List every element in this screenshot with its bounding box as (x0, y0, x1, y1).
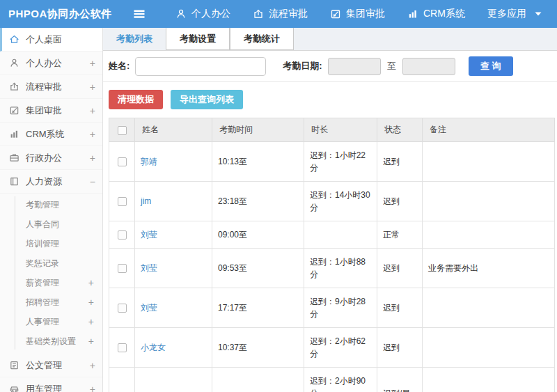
employee-name-link[interactable]: 小龙女 (141, 343, 166, 352)
top-header: PHPOA协同办公软件 个人办公 流程审批 集团审批 CRM系统 更多应用 (0, 0, 557, 28)
status-cell: 迟到 (377, 182, 423, 221)
row-checkbox[interactable] (118, 157, 127, 166)
sidebar-subitem-training-management[interactable]: 培训管理 (0, 234, 102, 253)
edit-square-icon (330, 8, 341, 19)
hr-submenu: 考勤管理 人事合同 培训管理 奖惩记录 薪资管理 + 招聘管理 + 人事管理 +… (0, 194, 102, 354)
nav-label: 更多应用 (487, 8, 526, 20)
nav-label: CRM系统 (423, 8, 465, 20)
date-label: 考勤日期: (283, 60, 322, 72)
nav-personal-office[interactable]: 个人办公 (164, 0, 242, 28)
sidebar-item-group-approval[interactable]: 集团审批 + (0, 99, 102, 123)
duration-cell (304, 221, 377, 249)
table-row: jim 23:18至 迟到：14小时30分 迟到 (109, 182, 555, 221)
attendance-time-cell: 10:54至10:54 (212, 368, 304, 392)
employee-name-link[interactable]: jim (141, 196, 151, 206)
home-icon (9, 34, 19, 45)
note-cell (423, 221, 555, 249)
expand-icon[interactable]: + (88, 316, 94, 327)
row-checkbox[interactable] (118, 343, 127, 352)
attendance-time-cell: 17:17至 (212, 288, 304, 328)
clear-data-button[interactable]: 清理数据 (109, 90, 163, 109)
col-header-status: 状态 (377, 118, 423, 142)
sidebar-subitem-attendance-management[interactable]: 考勤管理 (0, 195, 102, 214)
sidebar-subitem-recruitment-management[interactable]: 招聘管理 + (0, 292, 102, 312)
nav-crm-system[interactable]: CRM系统 (396, 0, 476, 28)
expand-icon[interactable]: + (90, 81, 95, 93)
collapse-icon[interactable]: − (90, 176, 95, 187)
date-to-input[interactable] (402, 58, 455, 75)
expand-icon[interactable]: + (90, 58, 95, 69)
person-icon (175, 8, 187, 19)
row-checkbox[interactable] (118, 304, 127, 313)
briefcase-icon (9, 152, 19, 163)
expand-icon[interactable]: + (90, 105, 95, 116)
date-from-input[interactable] (328, 58, 381, 75)
caret-down-icon (533, 8, 544, 19)
employee-name-link[interactable]: 刘莹 (141, 263, 157, 273)
nav-workflow-approval[interactable]: 流程审批 (242, 0, 319, 28)
col-header-duration: 时长 (304, 118, 377, 142)
employee-name-link[interactable]: 郭靖 (141, 157, 157, 166)
book-icon (9, 176, 19, 187)
note-cell (423, 288, 555, 328)
sidebar-item-vehicle-management[interactable]: 用车管理 + (0, 377, 102, 392)
expand-icon[interactable]: + (88, 277, 94, 288)
expand-icon[interactable]: + (90, 129, 95, 140)
attendance-time-cell: 23:18至 (212, 182, 304, 221)
menu-toggle-icon[interactable] (132, 7, 146, 21)
tab-attendance-list[interactable]: 考勤列表 (103, 28, 166, 50)
table-row: 刘莹 09:53至 迟到：1小时88分 迟到 业务需要外出 (109, 249, 555, 288)
col-header-name: 姓名 (135, 118, 212, 142)
query-button[interactable]: 查 询 (469, 56, 513, 76)
duration-cell: 迟到：2小时90分 早退：7小时10分 (304, 368, 377, 392)
employee-name-link[interactable]: 刘莹 (141, 230, 157, 240)
sidebar-item-administrative-office[interactable]: 行政办公 + (0, 146, 102, 170)
sidebar-subitem-basic-category-settings[interactable]: 基础类别设置 + (0, 331, 102, 351)
employee-name-link[interactable]: 刘莹 (141, 303, 157, 313)
workflow-icon (9, 81, 19, 92)
app-title: PHPOA协同办公软件 (0, 8, 132, 21)
col-header-attendance-time: 考勤时间 (212, 118, 304, 142)
sidebar-item-crm-system[interactable]: CRM系统 + (0, 123, 102, 146)
nav-more-apps[interactable]: 更多应用 (476, 0, 555, 28)
expand-icon[interactable]: + (90, 152, 95, 164)
row-checkbox[interactable] (118, 197, 127, 206)
nav-label: 集团审批 (346, 8, 385, 20)
sidebar-subitem-reward-punishment-records[interactable]: 奖惩记录 (0, 253, 102, 273)
table-row: 小龙女 10:37至 迟到：2小时62分 迟到 (109, 328, 555, 368)
sidebar-subitem-personnel-contract[interactable]: 人事合同 (0, 214, 102, 234)
tab-attendance-stats[interactable]: 考勤统计 (230, 28, 294, 50)
expand-icon[interactable]: + (88, 297, 94, 308)
row-checkbox[interactable] (118, 264, 127, 273)
expand-icon[interactable]: + (90, 384, 95, 392)
nav-group-approval[interactable]: 集团审批 (319, 0, 396, 28)
table-row: 刘莹 17:17至 迟到：9小时28分 迟到 (109, 288, 555, 328)
note-cell: 业务需要外出 (423, 249, 555, 288)
status-cell: 迟到 (377, 142, 423, 182)
name-input[interactable] (135, 57, 266, 76)
note-cell (423, 182, 555, 221)
sidebar-item-personal-desktop[interactable]: 个人桌面 (0, 28, 102, 52)
action-buttons: 清理数据 导出查询列表 (103, 82, 557, 118)
sidebar-item-workflow-approval[interactable]: 流程审批 + (0, 75, 102, 99)
expand-icon[interactable]: + (88, 336, 94, 347)
sidebar-subitem-personnel-management[interactable]: 人事管理 + (0, 312, 102, 331)
person-icon (9, 58, 19, 68)
status-cell: 迟到 (377, 328, 423, 368)
export-list-button[interactable]: 导出查询列表 (171, 90, 243, 109)
nav-label: 个人办公 (191, 8, 230, 20)
sidebar-subitem-salary-management[interactable]: 薪资管理 + (0, 273, 102, 292)
sidebar-item-document-management[interactable]: 公文管理 + (0, 354, 102, 377)
bar-chart-icon (407, 8, 418, 19)
sidebar-item-human-resources[interactable]: 人力资源 − (0, 170, 102, 194)
sidebar-item-personal-office[interactable]: 个人办公 + (0, 52, 102, 75)
to-label: 至 (387, 60, 396, 72)
row-checkbox[interactable] (118, 230, 127, 240)
select-all-checkbox[interactable] (118, 126, 127, 135)
duration-cell: 迟到：14小时30分 (304, 182, 377, 221)
tab-attendance-settings[interactable]: 考勤设置 (166, 28, 230, 50)
document-icon (9, 360, 19, 370)
top-navigation: 个人办公 流程审批 集团审批 CRM系统 更多应用 (164, 0, 555, 28)
expand-icon[interactable]: + (90, 360, 95, 371)
attendance-time-cell: 09:53至 (212, 249, 304, 288)
